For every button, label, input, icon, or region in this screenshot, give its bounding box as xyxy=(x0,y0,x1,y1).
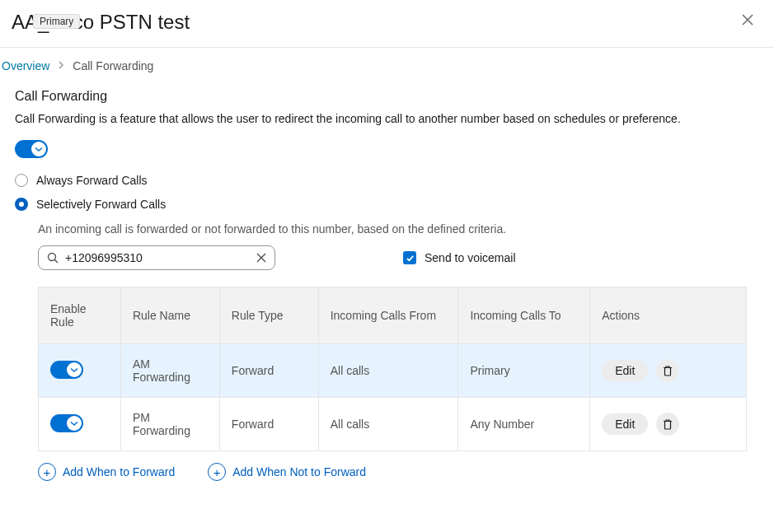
voicemail-checkbox[interactable] xyxy=(403,251,416,264)
trash-icon xyxy=(662,418,673,430)
cell-rule-name: PM Forwarding xyxy=(120,398,219,451)
table-row[interactable]: PM Forwarding Forward All calls Any Numb… xyxy=(39,398,747,451)
check-icon xyxy=(406,254,415,263)
radio-label: Always Forward Calls xyxy=(36,174,148,187)
svg-line-3 xyxy=(55,260,59,264)
th-from: Incoming Calls From xyxy=(318,287,458,344)
delete-button[interactable] xyxy=(656,359,679,382)
radio-selectively-forward[interactable]: Selectively Forward Calls xyxy=(15,198,761,211)
plus-icon: + xyxy=(208,463,226,481)
th-name: Rule Name xyxy=(120,287,219,344)
add-when-to-forward-link[interactable]: + Add When to Forward xyxy=(38,463,175,481)
radio-always-forward[interactable]: Always Forward Calls xyxy=(15,174,761,187)
search-icon xyxy=(47,252,59,264)
rules-table: Enable Rule Rule Name Rule Type Incoming… xyxy=(38,287,747,451)
add-link-label: Add When to Forward xyxy=(63,465,175,478)
chevron-right-icon xyxy=(58,60,64,72)
modal-header: AA_cisco PSTN test Primary xyxy=(0,0,774,48)
radio-input[interactable] xyxy=(15,174,28,187)
cell-calls-to: Primary xyxy=(458,344,590,398)
edit-button[interactable]: Edit xyxy=(602,360,648,381)
phone-voicemail-row: Send to voicemail xyxy=(38,245,761,270)
cell-rule-type: Forward xyxy=(219,398,318,451)
th-enable: Enable Rule xyxy=(39,287,121,344)
primary-badge: Primary xyxy=(33,14,80,29)
plus-icon: + xyxy=(38,463,56,481)
selective-forward-section: An incoming call is forwarded or not for… xyxy=(38,222,761,481)
cell-rule-name: AM Forwarding xyxy=(120,344,219,398)
phone-number-input-wrap[interactable] xyxy=(38,245,275,270)
radio-label: Selectively Forward Calls xyxy=(36,198,166,211)
delete-button[interactable] xyxy=(656,413,679,436)
add-links-row: + Add When to Forward + Add When Not to … xyxy=(38,463,761,481)
th-type: Rule Type xyxy=(219,287,318,344)
chevron-down-icon xyxy=(70,366,78,374)
call-forwarding-toggle[interactable] xyxy=(15,140,761,161)
close-button[interactable] xyxy=(738,10,758,34)
section-title: Call Forwarding xyxy=(15,89,761,104)
rule-enable-toggle[interactable] xyxy=(50,361,83,379)
forward-mode-radio-group: Always Forward Calls Selectively Forward… xyxy=(15,174,761,211)
cell-rule-type: Forward xyxy=(219,344,318,398)
rule-enable-toggle[interactable] xyxy=(50,414,83,432)
breadcrumb-overview-link[interactable]: Overview xyxy=(2,59,49,72)
close-icon xyxy=(741,13,754,26)
th-to: Incoming Calls To xyxy=(458,287,590,344)
radio-input[interactable] xyxy=(15,198,28,211)
clear-input-button[interactable] xyxy=(256,253,266,263)
breadcrumb: Overview Call Forwarding xyxy=(0,48,774,84)
edit-button[interactable]: Edit xyxy=(602,413,648,435)
table-row[interactable]: AM Forwarding Forward All calls Primary … xyxy=(39,344,747,398)
cell-calls-from: All calls xyxy=(318,398,458,451)
add-link-label: Add When Not to Forward xyxy=(232,465,366,478)
breadcrumb-current: Call Forwarding xyxy=(73,59,153,72)
content-area: Call Forwarding Call Forwarding is a fea… xyxy=(0,89,774,497)
section-description: Call Forwarding is a feature that allows… xyxy=(15,112,761,125)
selective-description: An incoming call is forwarded or not for… xyxy=(38,222,761,236)
cell-calls-to: Any Number xyxy=(458,398,590,451)
page-title-wrap: AA_cisco PSTN test Primary xyxy=(12,11,190,34)
svg-point-2 xyxy=(49,254,56,261)
voicemail-label: Send to voicemail xyxy=(425,251,516,264)
phone-number-input[interactable] xyxy=(65,251,250,264)
trash-icon xyxy=(662,365,673,376)
add-when-not-to-forward-link[interactable]: + Add When Not to Forward xyxy=(208,463,366,481)
cell-calls-from: All calls xyxy=(318,344,458,398)
th-actions: Actions xyxy=(590,287,747,344)
send-to-voicemail-checkbox-row[interactable]: Send to voicemail xyxy=(403,251,516,264)
chevron-down-icon xyxy=(70,419,78,427)
chevron-down-icon xyxy=(35,145,43,153)
